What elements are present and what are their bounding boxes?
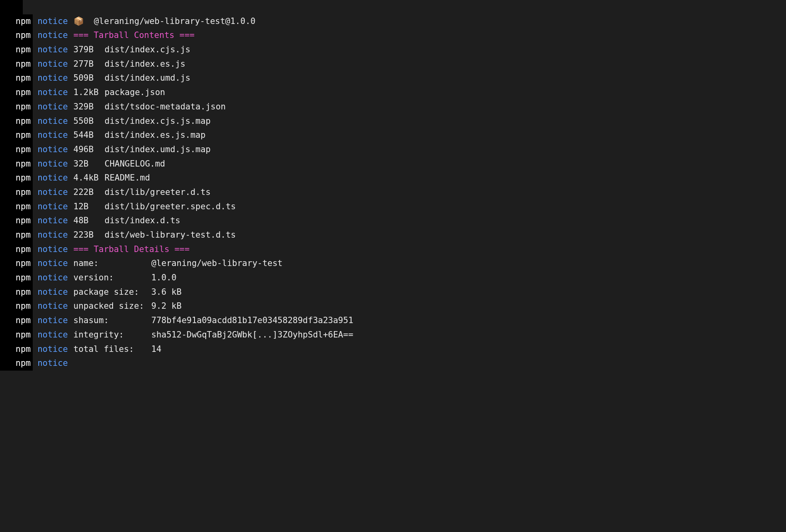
npm-prefix: npm (14, 71, 33, 85)
npm-prefix (14, 0, 23, 14)
notice-label: notice (38, 14, 68, 29)
file-entry: 1.2kBpackage.json (73, 85, 165, 100)
gutter (0, 28, 14, 43)
detail-entry: name:@leraning/web-library-test (73, 256, 283, 271)
detail-value: 14 (151, 344, 161, 354)
package-icon: 📦 (73, 16, 84, 26)
npm-prefix: npm (14, 43, 33, 57)
terminal-line: npmnotice32BCHANGELOG.md (0, 157, 786, 171)
gutter (0, 43, 14, 57)
gutter (0, 85, 14, 100)
gutter (0, 114, 14, 129)
terminal-line: npmnoticetotal files:14 (0, 342, 786, 357)
file-size: 48B (73, 214, 105, 228)
file-size: 12B (73, 200, 105, 214)
notice-label: notice (38, 71, 68, 85)
detail-entry: unpacked size:9.2 kB (73, 299, 182, 314)
npm-prefix: npm (14, 128, 33, 143)
npm-prefix: npm (14, 57, 33, 71)
detail-entry: version:1.0.0 (73, 271, 177, 285)
notice-label: notice (38, 200, 68, 214)
terminal-line: npmnoticeversion:1.0.0 (0, 271, 786, 285)
file-size: 32B (73, 157, 105, 171)
detail-label: integrity: (73, 328, 151, 342)
file-entry: 4.4kBREADME.md (73, 171, 150, 185)
file-path: dist/index.d.ts (105, 216, 181, 225)
gutter (0, 100, 14, 114)
file-size: 550B (73, 114, 105, 129)
file-size: 223B (73, 228, 105, 242)
terminal-line: npmnotice4.4kBREADME.md (0, 171, 786, 185)
gutter (0, 328, 14, 342)
detail-label: unpacked size: (73, 299, 151, 314)
file-size: 329B (73, 100, 105, 114)
file-path: dist/lib/greeter.d.ts (105, 187, 211, 197)
notice-label: notice (38, 100, 68, 114)
detail-entry: total files:14 (73, 342, 161, 357)
file-size: 379B (73, 43, 105, 57)
notice-label: notice (38, 171, 68, 185)
detail-label: total files: (73, 342, 151, 357)
file-entry: 48Bdist/index.d.ts (73, 214, 181, 228)
npm-prefix: npm (14, 214, 33, 228)
file-entry: 544Bdist/index.es.js.map (73, 128, 206, 143)
file-entry: 222Bdist/lib/greeter.d.ts (73, 185, 211, 200)
section-header-details: === Tarball Details === (73, 242, 190, 257)
terminal-line: npmnotice277Bdist/index.es.js (0, 57, 786, 71)
gutter (0, 185, 14, 200)
npm-prefix: npm (14, 285, 33, 300)
file-entry: 550Bdist/index.cjs.js.map (73, 114, 211, 129)
file-path: dist/tsdoc-metadata.json (105, 102, 226, 111)
section-header-contents: === Tarball Contents === (73, 28, 195, 43)
detail-value: 3.6 kB (151, 287, 182, 297)
terminal-line: npmnoticepackage size:3.6 kB (0, 285, 786, 300)
notice-label: notice (38, 143, 68, 157)
detail-label: version: (73, 271, 151, 285)
terminal-line: npm notice === Tarball Details === (0, 242, 786, 257)
terminal-line: npmnotice12Bdist/lib/greeter.spec.d.ts (0, 200, 786, 214)
file-size: 544B (73, 128, 105, 143)
npm-prefix: npm (14, 314, 33, 328)
notice-label: notice (38, 356, 68, 371)
terminal-line: npmnotice223Bdist/web-library-test.d.ts (0, 228, 786, 242)
terminal-line: npmnotice509Bdist/index.umd.js (0, 71, 786, 85)
notice-label: notice (38, 128, 68, 143)
file-size: 4.4kB (73, 171, 105, 185)
file-entry: 329Bdist/tsdoc-metadata.json (73, 100, 226, 114)
gutter (0, 242, 14, 257)
terminal-line: npmnotice550Bdist/index.cjs.js.map (0, 114, 786, 129)
gutter (0, 356, 14, 371)
notice-label: notice (38, 242, 68, 257)
notice-label: notice (38, 157, 68, 171)
gutter (0, 14, 14, 29)
terminal-line: npmnotice544Bdist/index.es.js.map (0, 128, 786, 143)
file-path: dist/index.cjs.js.map (105, 116, 211, 126)
notice-label: notice (38, 299, 68, 314)
gutter (0, 0, 14, 14)
gutter (0, 285, 14, 300)
file-path: CHANGELOG.md (105, 159, 165, 169)
gutter (0, 57, 14, 71)
package-name: @leraning/web-library-test@1.0.0 (94, 16, 256, 26)
detail-label: package size: (73, 285, 151, 300)
npm-prefix: npm (14, 228, 33, 242)
npm-prefix: npm (14, 271, 33, 285)
gutter (0, 299, 14, 314)
npm-prefix: npm (14, 200, 33, 214)
notice-label: notice (38, 214, 68, 228)
notice-label: notice (38, 285, 68, 300)
notice-label: notice (38, 28, 68, 43)
npm-prefix: npm (14, 14, 33, 29)
file-size: 1.2kB (73, 85, 105, 100)
file-entry: 32BCHANGELOG.md (73, 157, 165, 171)
gutter (0, 271, 14, 285)
file-size: 222B (73, 185, 105, 200)
npm-prefix: npm (14, 185, 33, 200)
notice-label: notice (38, 185, 68, 200)
detail-value: @leraning/web-library-test (151, 258, 283, 268)
npm-prefix: npm (14, 100, 33, 114)
terminal-line: npmnotice1.2kBpackage.json (0, 85, 786, 100)
terminal-line: npm notice === Tarball Contents === (0, 28, 786, 43)
detail-value: 1.0.0 (151, 273, 177, 282)
notice-label: notice (38, 85, 68, 100)
